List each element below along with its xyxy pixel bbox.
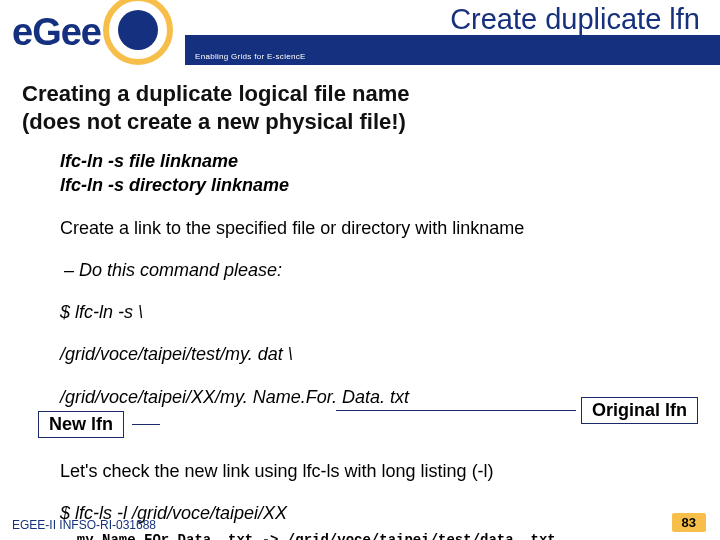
description: Create a link to the specified file or d… bbox=[60, 216, 700, 240]
check-text: Let's check the new link using lfc-ls wi… bbox=[60, 459, 700, 483]
annotation-row: New lfn Original lfn bbox=[60, 411, 700, 441]
connector-right bbox=[336, 410, 576, 411]
example-line-1: $ lfc-ln -s \ bbox=[60, 300, 700, 324]
svg-text:eGee: eGee bbox=[12, 11, 101, 53]
slide: eGee Enabling Grids for E-sciencE Create… bbox=[0, 0, 720, 540]
body-block: lfc-ln -s file linkname lfc-ln -s direct… bbox=[60, 149, 700, 540]
heading-line2: (does not create a new physical file!) bbox=[22, 109, 406, 134]
label-original-lfn: Original lfn bbox=[581, 397, 698, 424]
heading: Creating a duplicate logical file name (… bbox=[22, 80, 700, 135]
svg-point-1 bbox=[118, 10, 158, 50]
slide-title: Create duplicate lfn bbox=[200, 3, 700, 36]
command-syntax-2: lfc-ln -s directory linkname bbox=[60, 173, 700, 197]
command-syntax-1: lfc-ln -s file linkname bbox=[60, 149, 700, 173]
instruction-line: – Do this command please: bbox=[64, 258, 700, 282]
egee-logo: eGee bbox=[0, 0, 185, 65]
footer-id: EGEE-II INFSO-RI-031688 bbox=[12, 518, 156, 532]
heading-line1: Creating a duplicate logical file name bbox=[22, 81, 410, 106]
example-line-2: /grid/voce/taipei/test/my. dat \ bbox=[60, 342, 700, 366]
tagline: Enabling Grids for E-sciencE bbox=[195, 52, 306, 61]
footer: EGEE-II INFSO-RI-031688 83 bbox=[12, 513, 706, 532]
connector-left bbox=[132, 424, 160, 425]
command-output: … my.Name.FOr.Data. txt -> /grid/voce/ta… bbox=[60, 532, 700, 540]
content-area: Creating a duplicate logical file name (… bbox=[20, 80, 700, 500]
page-number: 83 bbox=[672, 513, 706, 532]
label-new-lfn: New lfn bbox=[38, 411, 124, 438]
